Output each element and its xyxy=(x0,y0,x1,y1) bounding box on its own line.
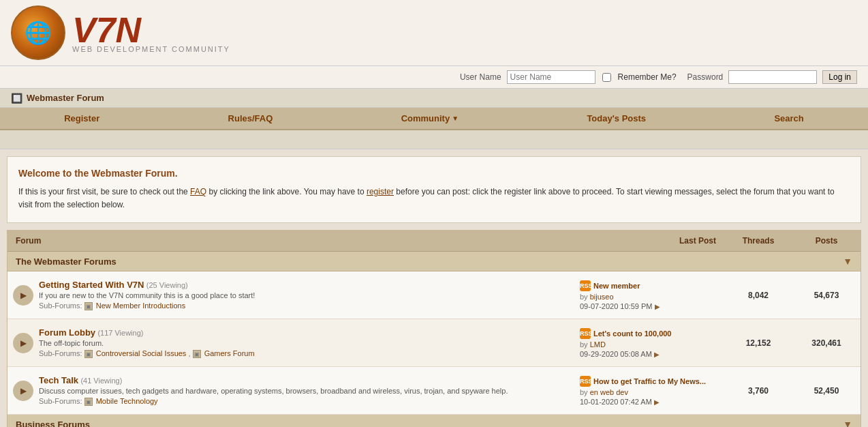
lastpost-getting-started: RSS New member by bijuseo 09-07-2020 10:… xyxy=(574,275,724,316)
section-business-forums: Business Forums ▼ xyxy=(7,415,861,427)
section-webmaster-forums: The Webmaster Forums ▼ xyxy=(7,252,861,271)
threads-lobby: 12,152 xyxy=(724,333,792,353)
nav-bar: Register Rules/FAQ Community ▼ Today's P… xyxy=(0,108,868,130)
forum-row-getting-started: Getting Started With V7N (25 Viewing) If… xyxy=(7,271,861,319)
logo-text: V7N WEB DEVELOPMENT COMMUNITY xyxy=(72,12,230,53)
forum-title-tech-talk[interactable]: Tech Talk xyxy=(39,375,78,385)
forum-viewers-tech-talk: (41 Viewing) xyxy=(80,377,122,385)
breadcrumb-bar: 🔲 Webmaster Forum xyxy=(0,89,868,108)
lastpost-goto-icon-lobby: ▶ xyxy=(654,351,660,358)
column-threads: Threads xyxy=(724,231,792,251)
nav-register[interactable]: Register xyxy=(50,108,113,129)
forum-row-forum-lobby: Forum Lobby (117 Viewing) The off-topic … xyxy=(7,319,861,367)
rss-icon-tech: RSS xyxy=(580,376,591,387)
nav-community[interactable]: Community ▼ xyxy=(388,108,472,129)
username-input[interactable] xyxy=(507,70,595,84)
forum-viewers-lobby: (117 Viewing) xyxy=(97,329,143,337)
lastpost-title-getting-started[interactable]: New member xyxy=(593,282,640,290)
username-label: User Name xyxy=(460,72,501,82)
forum-table-header: Forum Last Post Threads Posts xyxy=(7,231,861,252)
forum-title-getting-started[interactable]: Getting Started With V7N xyxy=(39,280,144,290)
lastpost-by-lobby: by LMD xyxy=(580,340,719,349)
forum-desc-getting-started: If you are new to the V7N community this… xyxy=(39,291,572,299)
breadcrumb-icon: 🔲 xyxy=(11,93,22,104)
forum-icon-tech-talk xyxy=(7,375,39,407)
subforum-icon-gamers: ▣ xyxy=(193,350,201,358)
register-link[interactable]: register xyxy=(367,187,394,196)
column-forum: Forum xyxy=(7,231,574,251)
lastpost-time-tech-talk: 10-01-2020 07:42 AM ▶ xyxy=(580,398,719,406)
nav-rules-faq[interactable]: Rules/FAQ xyxy=(215,108,287,129)
forum-row-tech-talk: Tech Talk (41 Viewing) Discuss computer … xyxy=(7,367,861,415)
column-last-post: Last Post xyxy=(574,231,724,251)
nav-search[interactable]: Search xyxy=(760,108,817,129)
welcome-title: Welcome to the Webmaster Forum. xyxy=(18,168,850,179)
remember-me-checkbox[interactable] xyxy=(602,73,611,82)
column-posts: Posts xyxy=(792,231,861,251)
forum-title-lobby[interactable]: Forum Lobby xyxy=(39,327,95,338)
rss-icon-lobby: RSS xyxy=(580,328,591,339)
community-dropdown-icon: ▼ xyxy=(452,115,459,122)
faq-link[interactable]: FAQ xyxy=(190,187,206,196)
lastpost-title-tech-talk[interactable]: How to get Traffic to My News... xyxy=(593,377,706,385)
remember-me-label: Remember Me? xyxy=(618,72,677,82)
lastpost-goto-icon: ▶ xyxy=(655,303,660,310)
subforum-gamers[interactable]: Gamers Forum xyxy=(204,349,255,357)
subforum-mobile[interactable]: Mobile Technology xyxy=(96,397,158,405)
breadcrumb-page-title: Webmaster Forum xyxy=(27,93,104,103)
nav-todays-posts[interactable]: Today's Posts xyxy=(573,108,660,129)
lastpost-time-lobby: 09-29-2020 05:08 AM ▶ xyxy=(580,350,719,358)
lastpost-user-lobby[interactable]: LMD xyxy=(590,340,606,349)
subforum-icon-controversial: ▣ xyxy=(84,350,93,358)
posts-lobby: 320,461 xyxy=(792,333,861,353)
logo-area: 🌐 V7N WEB DEVELOPMENT COMMUNITY xyxy=(11,5,857,60)
password-input[interactable] xyxy=(728,70,817,84)
lastpost-title-lobby[interactable]: Let's count to 100,000 xyxy=(593,329,672,338)
subforum-line-lobby: Sub-Forums: ▣ Controversial Social Issue… xyxy=(39,349,572,358)
lastpost-by-tech-talk: by en web dev xyxy=(580,388,719,396)
lastpost-tech-talk: RSS How to get Traffic to My News... by … xyxy=(574,370,724,411)
top-bar: User Name Remember Me? Password Log in xyxy=(0,66,868,89)
header: 🌐 V7N WEB DEVELOPMENT COMMUNITY xyxy=(0,0,868,66)
forum-arrow-icon-lobby xyxy=(13,333,33,353)
threads-getting-started: 8,042 xyxy=(724,285,792,306)
subforum-icon-mobile: ▣ xyxy=(84,398,93,406)
subforum-line-tech-talk: Sub-Forums: ▣ Mobile Technology xyxy=(39,397,572,406)
subforum-new-member-introductions[interactable]: New Member Introductions xyxy=(96,301,185,310)
lastpost-by-getting-started: by bijuseo xyxy=(580,293,719,301)
rss-icon: RSS xyxy=(580,280,591,291)
forum-viewers-getting-started: (25 Viewing) xyxy=(146,281,188,289)
lastpost-user-tech-talk[interactable]: en web dev xyxy=(590,388,628,396)
forum-info-lobby: Forum Lobby (117 Viewing) The off-topic … xyxy=(39,322,574,364)
lastpost-goto-icon-tech: ▶ xyxy=(654,398,660,406)
welcome-box: Welcome to the Webmaster Forum. If this … xyxy=(7,156,861,223)
forum-desc-tech-talk: Discuss computer issues, tech gadgets an… xyxy=(39,387,572,395)
forum-icon-getting-started xyxy=(7,280,39,311)
login-button[interactable]: Log in xyxy=(822,70,857,84)
lastpost-user-getting-started[interactable]: bijuseo xyxy=(590,293,614,301)
logo-globe-icon: 🌐 xyxy=(11,5,65,60)
forum-desc-lobby: The off-topic forum. xyxy=(39,339,572,347)
lastpost-lobby: RSS Let's count to 100,000 by LMD 09-29-… xyxy=(574,323,724,364)
section-arrow-business-icon: ▼ xyxy=(843,419,852,427)
forum-info-getting-started: Getting Started With V7N (25 Viewing) If… xyxy=(39,274,574,316)
forum-arrow-icon-tech xyxy=(13,381,33,401)
welcome-text: If this is your first visit, be sure to … xyxy=(18,186,850,211)
empty-strip xyxy=(0,130,868,149)
password-label: Password xyxy=(687,72,724,82)
forum-arrow-icon xyxy=(13,285,33,306)
forum-info-tech-talk: Tech Talk (41 Viewing) Discuss computer … xyxy=(39,370,574,411)
forum-icon-lobby xyxy=(7,327,39,359)
posts-tech-talk: 52,450 xyxy=(792,381,861,401)
subforum-controversial[interactable]: Controversial Social Issues xyxy=(96,349,187,357)
section-arrow-icon: ▼ xyxy=(843,256,852,267)
posts-getting-started: 54,673 xyxy=(792,285,861,306)
forum-table: Forum Last Post Threads Posts The Webmas… xyxy=(7,230,861,427)
threads-tech-talk: 3,760 xyxy=(724,381,792,401)
subforum-icon: ▣ xyxy=(84,302,93,310)
lastpost-time-getting-started: 09-07-2020 10:59 PM ▶ xyxy=(580,302,719,310)
subforum-line-getting-started: Sub-Forums: ▣ New Member Introductions xyxy=(39,301,572,310)
